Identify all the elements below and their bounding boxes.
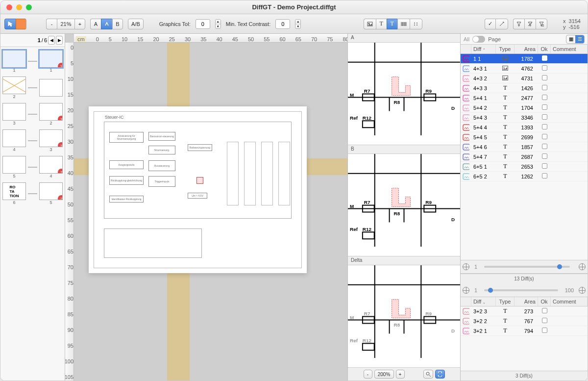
highlight-tool[interactable] (16, 19, 26, 29)
ok-checkbox[interactable] (542, 124, 547, 129)
diff-row[interactable]: 6+5 2T1262 (461, 172, 588, 181)
detail-sync-icon[interactable] (435, 370, 445, 379)
globe-right-icon[interactable] (579, 263, 586, 270)
diff-row[interactable]: 3+2 2T767 (461, 316, 588, 326)
min-contrast-stepper[interactable]: ▲▼ (295, 19, 301, 29)
col-type-b[interactable]: Type (496, 297, 514, 306)
ok-checkbox[interactable] (542, 134, 547, 139)
ok-checkbox[interactable] (542, 85, 547, 90)
zoom-in[interactable]: + (74, 19, 85, 29)
mode-diff[interactable] (101, 19, 112, 29)
ok-checkbox[interactable] (542, 173, 547, 178)
canvas[interactable]: cm 0510152025303540455055606570758085909… (65, 34, 347, 381)
view-grid-icon[interactable]: ▦ (566, 35, 575, 43)
wand-icon[interactable] (495, 19, 508, 29)
ok-checkbox[interactable] (542, 318, 547, 323)
ok-checkbox[interactable] (542, 308, 547, 313)
globe-left-icon-2[interactable] (463, 287, 469, 294)
min-contrast-value[interactable]: 0 (275, 19, 290, 29)
page-thumb[interactable] (2, 156, 26, 174)
col-comment-b[interactable]: Comment (551, 297, 588, 306)
page-thumb[interactable]: 3 (39, 129, 63, 147)
col-area[interactable]: Area (514, 45, 538, 53)
page-thumb[interactable] (2, 103, 26, 121)
col-ok-b[interactable]: Ok (538, 297, 551, 306)
check-icon[interactable]: ✓ (485, 19, 495, 29)
diff-row[interactable]: 4+3 14762 (461, 64, 588, 74)
zoom-window[interactable] (26, 4, 32, 10)
page-thumb[interactable] (2, 76, 26, 94)
diff-row[interactable]: 5+4 6T1857 (461, 142, 588, 152)
page-thumb[interactable]: RO TA TION (2, 182, 26, 200)
diff-row[interactable]: 4+3 3T1426 (461, 83, 588, 93)
detail-a[interactable]: M R7 R8 R9 Ref R12 D (348, 43, 460, 145)
page-prev[interactable]: ◀ (48, 36, 55, 45)
mode-ab[interactable]: A/B (128, 19, 144, 29)
braille-icon[interactable] (410, 19, 422, 29)
detail-zoom-out[interactable]: - (364, 370, 372, 379)
ok-checkbox[interactable] (542, 65, 547, 71)
detail-zoom-in[interactable]: + (396, 370, 405, 379)
page-thumb[interactable]: 7 (39, 156, 63, 174)
ok-checkbox[interactable] (542, 104, 547, 110)
ok-checkbox[interactable] (542, 75, 547, 80)
ok-checkbox[interactable] (542, 95, 547, 100)
barcode-icon[interactable] (397, 19, 410, 29)
graphics-tol-value[interactable]: 0 (196, 19, 210, 29)
filter-icon[interactable] (513, 19, 524, 29)
page-thumb[interactable]: 1 (39, 50, 63, 68)
diff-row[interactable]: 1 11782 (461, 54, 588, 64)
detail-b[interactable]: M R7 R8 R9 Ref R12 D (348, 154, 460, 256)
diff-row[interactable]: 3+2 1T794 (461, 326, 588, 336)
minimize-window[interactable] (16, 4, 22, 10)
col-ok[interactable]: Ok (538, 45, 551, 53)
text-plain-icon[interactable]: T (376, 19, 387, 29)
view-list-icon[interactable]: ☰ (575, 35, 584, 43)
zoom-out[interactable]: - (46, 19, 57, 29)
ok-checkbox[interactable] (542, 144, 547, 149)
globe-left-icon[interactable] (463, 263, 469, 270)
diff-row[interactable]: 5+4 3T3346 (461, 113, 588, 123)
detail-zoom-value[interactable]: 200% (374, 370, 394, 379)
detail-delta[interactable]: M R7 R8 R9 Ref R12 D (348, 265, 460, 368)
diff-row[interactable]: 6+5 1T2653 (461, 162, 588, 172)
diff-row[interactable]: 5+4 2T1704 (461, 103, 588, 113)
page-thumb[interactable] (2, 50, 26, 68)
globe-right-icon-2[interactable] (579, 287, 586, 294)
ok-checkbox[interactable] (542, 114, 547, 120)
page-next[interactable]: ▶ (56, 36, 63, 45)
scale-slider-top[interactable] (484, 266, 570, 268)
col-diff[interactable]: Diff ⌃ (471, 45, 496, 53)
col-type[interactable]: Type (496, 45, 514, 53)
diff-row[interactable]: 5+4 5T2699 (461, 132, 588, 142)
page-thumb[interactable] (39, 79, 63, 97)
image-filter-icon[interactable] (364, 19, 376, 29)
diff-row[interactable]: 5+4 1T2477 (461, 93, 588, 103)
filter-off-icon[interactable] (524, 19, 536, 29)
diff-row[interactable]: 3+2 3T273 (461, 306, 588, 316)
col-comment[interactable]: Comment (551, 45, 588, 53)
text-compare-icon[interactable]: T (387, 19, 397, 29)
close-window[interactable] (6, 4, 12, 10)
page-thumb[interactable] (2, 129, 26, 147)
col-area-b[interactable]: Area (514, 297, 538, 306)
detail-locate-icon[interactable] (423, 370, 433, 379)
filter-settings-icon[interactable] (536, 19, 547, 29)
mode-b[interactable]: B (112, 19, 123, 29)
ok-checkbox[interactable] (542, 153, 547, 159)
pointer-tool[interactable] (4, 19, 16, 29)
ok-checkbox[interactable] (542, 55, 547, 61)
mode-a[interactable]: A (90, 19, 101, 29)
graphics-tol-stepper[interactable]: ▲▼ (215, 19, 221, 29)
diff-row[interactable]: 4+3 24731 (461, 74, 588, 83)
zoom-value[interactable]: 21% (57, 19, 74, 29)
diff-row[interactable]: 5+4 7T2687 (461, 152, 588, 162)
diff-row[interactable]: 5+4 4T1393 (461, 123, 588, 132)
filter-scope-toggle[interactable] (472, 36, 485, 43)
page-thumb[interactable]: 3 (39, 103, 63, 121)
page-thumb[interactable]: 2 (39, 182, 63, 200)
scale-slider-bottom[interactable] (484, 289, 558, 291)
col-diff-b[interactable]: Diff ⌄ (471, 297, 496, 306)
ok-checkbox[interactable] (542, 163, 547, 169)
ok-checkbox[interactable] (542, 328, 547, 333)
